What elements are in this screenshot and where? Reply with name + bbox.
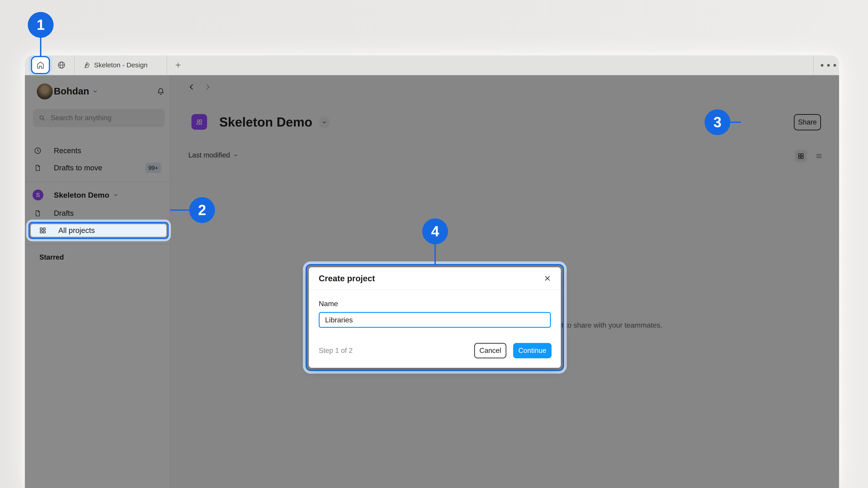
continue-button-label: Continue (518, 347, 546, 355)
tab-skeleton-design[interactable]: Skeleton - Design (74, 55, 166, 75)
tab-title: Skeleton - Design (94, 61, 148, 69)
all-projects-grid-icon (38, 226, 47, 235)
new-tab-plus-icon[interactable] (171, 61, 185, 70)
callout-badge-4: 4 (422, 219, 448, 244)
cancel-button-label: Cancel (479, 347, 501, 355)
modal-highlight-ring: Create project Name Step 1 of 2 Cancel C… (306, 264, 564, 371)
step-indicator: Step 1 of 2 (319, 343, 352, 358)
tab-bar: Skeleton - Design (25, 55, 839, 75)
name-field-label: Name (319, 300, 338, 308)
callout-1-connector (40, 37, 41, 57)
stage: Skeleton - Design Bohdan (0, 0, 868, 488)
community-globe-icon[interactable] (57, 61, 66, 70)
callout-badge-2: 2 (189, 197, 215, 223)
callout-3-connector (730, 122, 741, 123)
create-project-modal: Create project Name Step 1 of 2 Cancel C… (309, 267, 561, 368)
callout-2-connector (170, 209, 190, 211)
tab-divider (813, 55, 814, 75)
callout-4-connector (434, 243, 436, 264)
sidebar-item-label: All projects (58, 226, 95, 235)
cancel-button[interactable]: Cancel (474, 343, 506, 358)
sidebar-item-all-projects[interactable]: All projects (31, 224, 166, 237)
close-icon[interactable] (543, 274, 552, 283)
draft-pen-icon (83, 61, 90, 69)
home-icon (36, 60, 45, 70)
continue-button[interactable]: Continue (513, 343, 552, 358)
project-name-input[interactable] (319, 312, 551, 328)
modal-title: Create project (319, 267, 375, 290)
home-tab-button[interactable] (31, 56, 50, 74)
modal-divider (309, 290, 561, 290)
window-more-menu[interactable] (819, 64, 838, 67)
callout-badge-1: 1 (28, 12, 54, 38)
tab-divider (166, 55, 167, 75)
all-projects-highlight-ring: All projects (29, 222, 168, 239)
callout-badge-3: 3 (705, 109, 730, 135)
